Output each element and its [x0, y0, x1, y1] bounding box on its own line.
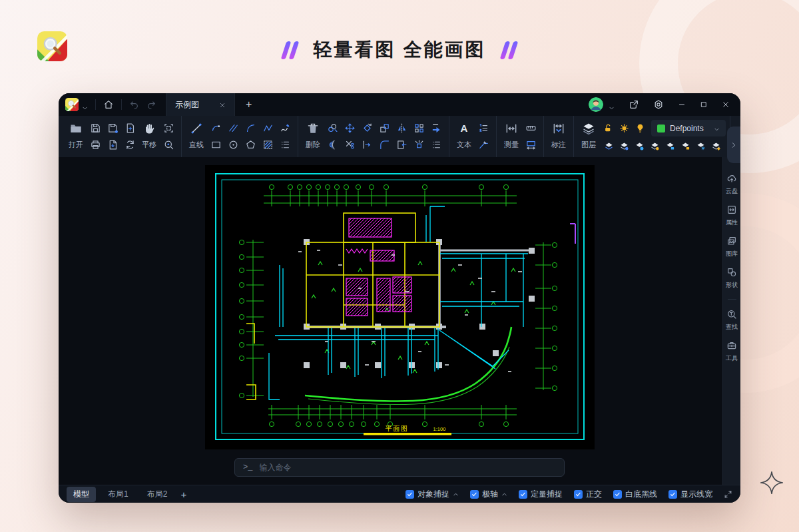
layer-bulb-icon[interactable] — [635, 123, 645, 133]
layer-state-visibility-icon[interactable] — [604, 141, 614, 151]
delete-label[interactable]: 删除 — [306, 138, 320, 152]
share-icon[interactable] — [629, 99, 639, 110]
toggle-ortho[interactable]: 正交 — [574, 489, 602, 500]
app-logo-icon-small[interactable] — [65, 98, 79, 111]
pan-hand-icon[interactable] — [142, 122, 156, 135]
modify-more-icon[interactable] — [431, 139, 442, 150]
sidebar-item-gallery[interactable]: 图库 — [725, 236, 738, 258]
account-chevron-icon[interactable] — [609, 102, 615, 108]
hatch-tool-icon[interactable] — [262, 139, 274, 150]
arc-start-icon[interactable] — [210, 123, 222, 134]
open-folder-icon[interactable] — [69, 122, 83, 135]
sidebar-item-shapes[interactable]: 形状 — [725, 267, 738, 290]
layer-sun-icon[interactable] — [619, 123, 629, 133]
offset-icon[interactable] — [327, 139, 338, 150]
minimize-button[interactable] — [678, 101, 686, 109]
leader-icon[interactable] — [478, 139, 489, 150]
layer-select-dropdown[interactable]: Defpoints — [651, 120, 726, 136]
select-frame-icon[interactable] — [163, 123, 174, 134]
maximize-button[interactable] — [700, 101, 708, 109]
explode-icon[interactable] — [413, 139, 425, 150]
pan-label[interactable]: 平移 — [142, 138, 156, 152]
layer-unlock-icon[interactable] — [603, 123, 613, 133]
expand-toolbar-tab[interactable] — [727, 127, 740, 163]
caret-up-icon[interactable] — [453, 491, 459, 497]
checkbox-checked-icon[interactable] — [519, 490, 527, 499]
layer-state-group-icon[interactable] — [650, 141, 660, 151]
layer-state-isolate-icon[interactable] — [635, 141, 645, 151]
layer-state-lock-icon[interactable] — [665, 141, 675, 151]
drawing-tab[interactable]: 示例图 — [166, 93, 235, 116]
toggle-white-bg[interactable]: 白底黑线 — [613, 489, 657, 500]
layer-label[interactable]: 图层 — [581, 138, 596, 152]
toggle-snap[interactable]: 定量捕捉 — [519, 489, 563, 500]
tab-model[interactable]: 模型 — [67, 487, 96, 502]
measure-label[interactable]: 测量 — [504, 138, 519, 152]
polygon-tool-icon[interactable] — [245, 139, 256, 150]
cad-canvas[interactable]: 平面图 1:100 — [205, 165, 595, 449]
delete-trash-icon[interactable] — [306, 122, 320, 135]
polyline-tool-icon[interactable] — [262, 123, 274, 134]
chevron-down-icon[interactable] — [82, 102, 88, 108]
sidebar-item-find[interactable]: 查找 — [725, 309, 738, 332]
home-icon[interactable] — [103, 99, 114, 110]
area-measure-icon[interactable] — [525, 139, 537, 150]
spline-tool-icon[interactable] — [280, 123, 291, 134]
draw-more-icon[interactable] — [280, 139, 291, 150]
circle-tool-icon[interactable] — [228, 139, 239, 150]
sidebar-item-cloud[interactable]: 云盘 — [725, 173, 738, 196]
layers-icon[interactable] — [582, 122, 595, 135]
line-tool-icon[interactable] — [190, 122, 203, 135]
save-as-icon[interactable] — [107, 123, 119, 134]
tab-layout1[interactable]: 布局1 — [101, 487, 135, 502]
rectangle-tool-icon[interactable] — [210, 139, 222, 150]
fillet-icon[interactable] — [379, 139, 390, 150]
sidebar-item-tools[interactable]: 工具 — [725, 340, 738, 363]
sidebar-item-properties[interactable]: 属性 — [725, 204, 738, 227]
linear-dimension-icon[interactable] — [505, 122, 518, 135]
toggle-lineweight[interactable]: 显示线宽 — [668, 489, 712, 500]
block-insert-icon[interactable] — [396, 139, 407, 150]
tape-measure-icon[interactable] — [525, 123, 537, 134]
undo-icon[interactable] — [129, 99, 140, 110]
print-icon[interactable] — [90, 139, 101, 150]
fullscreen-icon[interactable] — [724, 490, 732, 499]
checkbox-checked-icon[interactable] — [574, 490, 583, 499]
layer-state-thaw-icon[interactable] — [711, 141, 721, 151]
dimension-label[interactable]: 标注 — [551, 138, 566, 152]
stretch-icon[interactable] — [431, 123, 442, 134]
mirror-icon[interactable] — [396, 123, 407, 134]
redo-icon[interactable] — [146, 99, 156, 110]
export-pdf-icon[interactable] — [107, 139, 119, 150]
new-tab-button[interactable]: + — [246, 99, 252, 110]
toggle-object-snap[interactable]: 对象捕捉 — [405, 489, 459, 500]
extend-icon[interactable] — [362, 139, 373, 150]
toggle-polar[interactable]: 极轴 — [470, 489, 507, 500]
rotate-icon[interactable] — [362, 123, 373, 134]
new-file-icon[interactable] — [125, 123, 136, 134]
sync-icon[interactable] — [125, 139, 136, 150]
line-label[interactable]: 直线 — [189, 138, 204, 152]
close-button[interactable] — [722, 101, 730, 109]
scale-icon[interactable] — [379, 123, 390, 134]
trim-icon[interactable] — [344, 139, 356, 150]
save-icon[interactable] — [90, 123, 101, 134]
checkbox-checked-icon[interactable] — [613, 490, 622, 499]
checkbox-checked-icon[interactable] — [470, 490, 479, 499]
parallel-lines-icon[interactable] — [228, 123, 239, 134]
layer-state-merge-icon[interactable] — [619, 141, 629, 151]
arc-tool-icon[interactable] — [245, 123, 256, 134]
tab-layout2[interactable]: 布局2 — [140, 487, 174, 502]
dimension-style-icon[interactable] — [552, 122, 565, 135]
text-tool-icon[interactable]: A — [457, 122, 471, 135]
checkbox-checked-icon[interactable] — [405, 490, 414, 499]
checkbox-checked-icon[interactable] — [668, 490, 677, 499]
caret-up-icon[interactable] — [501, 491, 507, 497]
add-layout-button[interactable]: + — [180, 489, 186, 500]
copy-icon[interactable] — [327, 123, 338, 134]
avatar[interactable] — [589, 97, 603, 112]
text-label[interactable]: 文本 — [457, 138, 471, 152]
layer-state-unlock-icon[interactable] — [680, 141, 690, 151]
open-label[interactable]: 打开 — [69, 138, 83, 152]
close-tab-icon[interactable] — [219, 101, 226, 108]
